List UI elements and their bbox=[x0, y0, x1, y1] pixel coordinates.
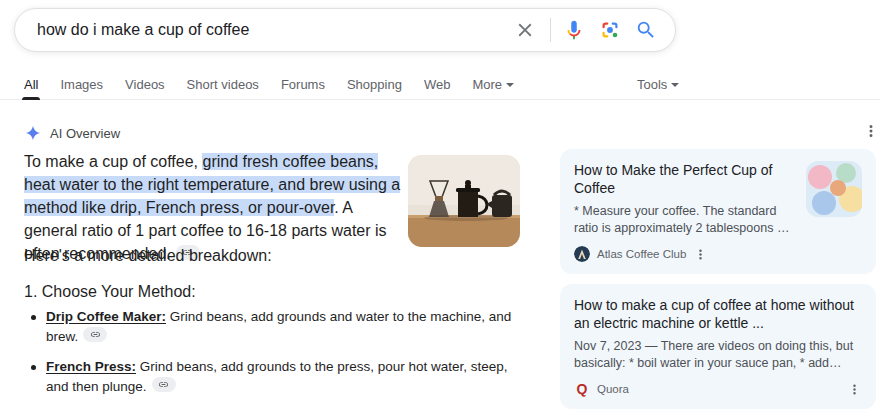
tab-more[interactable]: More bbox=[472, 70, 514, 99]
paragraph-text: To make a cup of coffee, bbox=[24, 153, 202, 170]
citation-link-button[interactable] bbox=[152, 377, 176, 392]
tab-label: More bbox=[472, 77, 502, 92]
source-favicon bbox=[574, 246, 590, 262]
overview-hero-image[interactable] bbox=[408, 155, 520, 247]
tab-web[interactable]: Web bbox=[424, 70, 451, 99]
tab-label: Shopping bbox=[347, 77, 402, 92]
tools-label: Tools bbox=[637, 77, 667, 92]
chevron-down-icon bbox=[671, 83, 679, 87]
clear-icon bbox=[514, 19, 536, 41]
search-bar bbox=[14, 8, 676, 52]
result-card[interactable]: How to Make the Perfect Cup of Coffee * … bbox=[560, 149, 876, 274]
source-cards: How to Make the Perfect Cup of Coffee * … bbox=[560, 149, 876, 412]
link-icon bbox=[158, 379, 169, 390]
tab-label: Videos bbox=[125, 77, 165, 92]
link-icon bbox=[90, 329, 101, 340]
drip-coffee-maker-link[interactable]: Drip Coffee Maker: bbox=[46, 309, 166, 324]
citation-link-button[interactable] bbox=[83, 327, 107, 342]
tab-label: Images bbox=[60, 77, 103, 92]
list-item: French Press: Grind beans, add grounds t… bbox=[24, 357, 529, 397]
tab-images[interactable]: Images bbox=[60, 70, 103, 99]
french-press-link[interactable]: French Press: bbox=[46, 359, 136, 374]
results-tab-bar: All Images Videos Short videos Forums Sh… bbox=[0, 70, 880, 100]
source-name: Quora bbox=[597, 383, 629, 395]
search-input[interactable] bbox=[37, 21, 502, 39]
ai-overview-header: AI Overview bbox=[24, 124, 120, 142]
overview-more-button[interactable] bbox=[862, 122, 880, 144]
lens-search-button[interactable] bbox=[597, 17, 623, 43]
tab-short-videos[interactable]: Short videos bbox=[187, 70, 259, 99]
ai-overview-label: AI Overview bbox=[50, 126, 120, 141]
list-item: Drip Coffee Maker: Grind beans, add grou… bbox=[24, 307, 529, 347]
section-heading: 1. Choose Your Method: bbox=[24, 283, 196, 301]
lens-icon bbox=[599, 19, 621, 41]
coffee-equipment-image bbox=[408, 155, 520, 247]
result-card[interactable]: How to make a cup of coffee at home with… bbox=[560, 284, 876, 409]
clear-button[interactable] bbox=[512, 17, 538, 43]
method-list: Drip Coffee Maker: Grind beans, add grou… bbox=[24, 307, 529, 412]
search-submit-button[interactable] bbox=[633, 17, 659, 43]
tab-videos[interactable]: Videos bbox=[125, 70, 165, 99]
result-title[interactable]: How to make a cup of coffee at home with… bbox=[574, 296, 862, 332]
card-more-button[interactable] bbox=[847, 382, 862, 397]
sparkle-icon bbox=[24, 124, 42, 142]
tab-label: Short videos bbox=[187, 77, 259, 92]
kebab-icon bbox=[693, 247, 708, 262]
source-name: Atlas Coffee Club bbox=[597, 248, 686, 260]
chevron-down-icon bbox=[506, 83, 514, 87]
voice-search-button[interactable] bbox=[561, 17, 587, 43]
list-item: Pour-Over: Grind beans, place filter, he… bbox=[24, 407, 529, 412]
tab-shopping[interactable]: Shopping bbox=[347, 70, 402, 99]
result-thumbnail bbox=[806, 161, 862, 217]
quora-logo: Q bbox=[577, 381, 588, 397]
result-title[interactable]: How to Make the Perfect Cup of Coffee bbox=[574, 161, 794, 197]
tab-label: All bbox=[24, 77, 38, 92]
search-results-page: { "search": { "query": "how do i make a … bbox=[0, 0, 880, 412]
result-snippet: * Measure your coffee. The standard rati… bbox=[574, 203, 794, 237]
tab-label: Web bbox=[424, 77, 451, 92]
tab-forums[interactable]: Forums bbox=[281, 70, 325, 99]
mic-icon bbox=[563, 19, 585, 41]
searchbar-divider bbox=[550, 18, 551, 42]
result-snippet: Nov 7, 2023 — There are videos on doing … bbox=[574, 338, 862, 372]
breakdown-heading: Here's a more detailed breakdown: bbox=[24, 247, 272, 265]
tab-label: Forums bbox=[281, 77, 325, 92]
kebab-icon bbox=[847, 382, 862, 397]
tools-button[interactable]: Tools bbox=[637, 70, 679, 99]
kebab-icon bbox=[862, 122, 880, 140]
source-favicon: Q bbox=[574, 381, 590, 397]
card-more-button[interactable] bbox=[693, 247, 708, 262]
tab-all[interactable]: All bbox=[24, 70, 38, 99]
search-icon bbox=[635, 19, 657, 41]
